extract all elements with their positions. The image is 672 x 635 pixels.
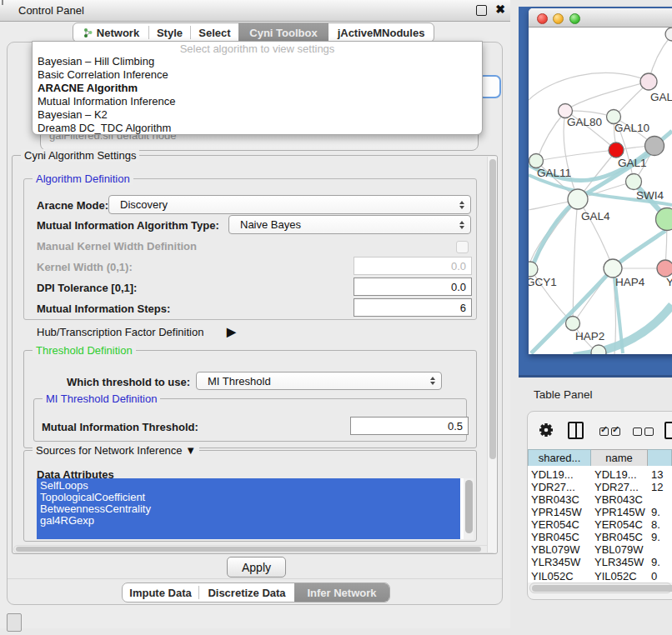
network-node[interactable] [640, 73, 657, 90]
hub-definition-label[interactable]: Hub/Transcription Factor Definition [37, 326, 203, 338]
algorithm-popup: Select algorithm to view settings Bayesi… [32, 41, 483, 135]
table-body: YDL19...YDL19...13 YDR27...YDR27...12 YB… [528, 466, 672, 582]
window-edge-artifact [2, 0, 3, 5]
tab-cyni-toolbox[interactable]: Cyni Toolbox [238, 23, 328, 42]
collapse-arrow-icon[interactable]: ▼ [185, 444, 196, 457]
combo-arrows-icon [459, 201, 464, 209]
table-header: shared... name [528, 449, 672, 467]
table-panel-title: Table Panel [534, 388, 593, 401]
network-node[interactable] [645, 137, 664, 156]
combo-arrows-icon [459, 221, 464, 229]
network-node[interactable] [665, 28, 672, 41]
network-canvas[interactable]: GAL8 GAL80 GAL10 GAL1 GAL11 SWI4 GAL4 GC… [529, 28, 672, 354]
tab-discretize-data[interactable]: Discretize Data [199, 583, 294, 602]
mi-type-combo[interactable]: Naive Bayes [228, 215, 471, 234]
mi-steps-field[interactable]: 6 [354, 298, 472, 317]
algorithm-option[interactable]: Dream8 DC_TDC Algorithm [33, 122, 482, 135]
node-label: HAP2 [575, 330, 604, 342]
algorithm-popup-prompt: Select algorithm to view settings [33, 43, 482, 55]
network-node-selected[interactable] [609, 142, 624, 158]
mi-threshold-field[interactable]: 0.5 [350, 417, 469, 435]
select-all-checks-icon[interactable]: ✓ ✓ [599, 427, 623, 436]
tab-jactivemnodules[interactable]: jActiveMNodules [328, 23, 434, 42]
minimize-traffic-light[interactable] [553, 13, 564, 24]
algorithm-option-selected[interactable]: ARACNE Algorithm [33, 82, 482, 95]
network-node[interactable] [566, 317, 580, 331]
network-window-titlebar[interactable] [529, 8, 672, 28]
node-label: GAL80 [567, 116, 602, 128]
list-item[interactable]: BetweennessCentrality [40, 502, 151, 515]
column-header-shared[interactable]: shared... [528, 449, 591, 467]
float-icon[interactable] [476, 5, 487, 16]
node-label: SWI4 [636, 189, 664, 202]
node-label: GAL10 [614, 122, 649, 134]
kernel-width-label: Kernel Width (0,1): [37, 261, 133, 273]
algorithm-option[interactable]: Basic Correlation Inference [33, 68, 482, 82]
node-label: GCY1 [529, 276, 557, 288]
list-item[interactable]: TopologicalCoefficient [40, 491, 145, 503]
column-header-extra[interactable] [648, 449, 672, 467]
mi-threshold-title: MI Threshold Definition [43, 392, 160, 405]
tab-select[interactable]: Select [191, 23, 238, 42]
close-traffic-light[interactable] [537, 13, 548, 24]
algorithm-option[interactable]: Bayesian – K2 [33, 108, 482, 122]
zoom-traffic-light[interactable] [569, 13, 580, 24]
node-label: GAL4 [581, 210, 610, 222]
list-item[interactable]: gal4RGexp [40, 514, 94, 527]
network-node[interactable] [626, 174, 642, 190]
tab-infer-network[interactable]: Infer Network [294, 583, 389, 602]
settings-vscrollbar[interactable] [487, 157, 497, 552]
network-node[interactable] [529, 262, 538, 277]
algorithm-option[interactable]: Bayesian – Hill Climbing [33, 55, 482, 68]
cyni-algorithm-settings-title: Cyni Algorithm Settings [21, 149, 139, 162]
threshold-definition-title: Threshold Definition [33, 344, 136, 357]
partial-toolbar-icon[interactable] [664, 422, 672, 439]
network-node[interactable] [657, 260, 672, 277]
control-panel-tabs: Network Style Select Cyni Toolbox jActiv… [73, 22, 434, 42]
data-attributes-list: SelfLoops TopologicalCoefficient Between… [37, 478, 474, 539]
node-label: GAL11 [537, 167, 571, 179]
network-window: GAL8 GAL80 GAL10 GAL1 GAL11 SWI4 GAL4 GC… [529, 8, 672, 354]
which-threshold-combo[interactable]: MI Threshold [196, 372, 442, 390]
close-icon[interactable]: ✖ [495, 2, 505, 16]
table-hscrollbar[interactable] [529, 582, 672, 593]
settings-hscrollbar[interactable] [13, 545, 496, 553]
control-panel-window: Control Panel ✖ Network Style [0, 0, 510, 628]
kernel-width-field[interactable]: 0.0 [354, 257, 472, 275]
dpi-tolerance-label: DPI Tolerance [0,1]: [37, 282, 137, 294]
docked-panel-icon[interactable] [7, 613, 22, 632]
algorithm-definition-title: Algorithm Definition [33, 172, 133, 185]
aracne-mode-label: Aracne Mode: [37, 199, 108, 212]
network-node[interactable] [604, 259, 622, 278]
tab-impute-data[interactable]: Impute Data [123, 583, 198, 602]
mi-threshold-label: Mutual Information Threshold: [42, 421, 198, 433]
control-panel-titlebar[interactable]: Control Panel ✖ [0, 0, 510, 22]
apply-button[interactable]: Apply [227, 557, 286, 578]
algorithm-option[interactable]: Mutual Information Inference [33, 95, 482, 108]
which-threshold-label: Which threshold to use: [67, 376, 190, 388]
screen: Control Panel ✖ Network Style [0, 0, 672, 635]
node-label: GAL1 [618, 157, 647, 169]
list-scrollbar[interactable] [464, 478, 474, 539]
aracne-mode-combo[interactable]: Discovery [108, 195, 471, 214]
list-item[interactable]: SelfLoops [40, 479, 88, 492]
panel-bottom-divider [8, 578, 502, 579]
bottom-tabs: Impute Data Discretize Data Infer Networ… [122, 582, 390, 602]
split-columns-icon[interactable] [568, 422, 584, 439]
dpi-tolerance-field[interactable]: 0.0 [354, 278, 472, 296]
expand-arrow-icon[interactable]: ▶ [227, 325, 236, 338]
network-node[interactable] [568, 189, 588, 209]
combo-arrows-icon [430, 377, 435, 385]
column-header-name[interactable]: name [591, 449, 648, 467]
mi-type-label: Mutual Information Algorithm Type: [37, 219, 219, 232]
network-icon [83, 28, 93, 38]
mi-steps-label: Mutual Information Steps: [37, 302, 170, 315]
gear-icon[interactable] [538, 422, 554, 438]
node-label: GAL8 [650, 91, 672, 103]
tab-network[interactable]: Network [73, 23, 148, 42]
tab-style[interactable]: Style [149, 23, 190, 42]
clear-all-checks-icon[interactable] [633, 427, 656, 436]
manual-kernel-label: Manual Kernel Width Definition [37, 240, 197, 252]
manual-kernel-checkbox[interactable] [456, 241, 469, 253]
network-node[interactable] [529, 154, 544, 168]
